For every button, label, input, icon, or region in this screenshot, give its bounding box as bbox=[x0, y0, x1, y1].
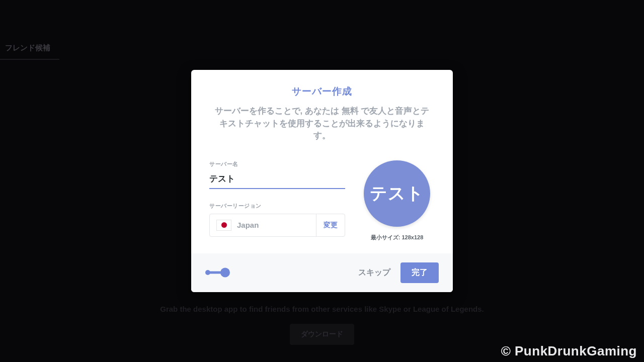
avatar-size-hint: 最小サイズ: 128x128 bbox=[371, 234, 424, 241]
modal-description: サーバーを作ることで, あなたは 無料 で友人と音声とテキストチャットを使用する… bbox=[209, 105, 435, 156]
modal-title: サーバー作成 bbox=[209, 85, 435, 98]
server-name-input[interactable] bbox=[209, 172, 345, 189]
server-region-selector: Japan 変更 bbox=[209, 214, 345, 237]
region-display: Japan bbox=[210, 214, 316, 236]
server-name-label: サーバー名 bbox=[209, 160, 345, 168]
region-name: Japan bbox=[237, 221, 259, 229]
skip-button[interactable]: スキップ bbox=[358, 267, 390, 278]
avatar-preview-text: テスト bbox=[370, 182, 424, 205]
step-indicator bbox=[205, 269, 234, 276]
modal-footer: スキップ 完了 bbox=[191, 253, 453, 292]
done-button[interactable]: 完了 bbox=[400, 262, 439, 283]
modal-overlay: サーバー作成 サーバーを作ることで, あなたは 無料 で友人と音声とテキストチャ… bbox=[0, 0, 644, 362]
server-avatar-upload[interactable]: テスト bbox=[364, 160, 430, 227]
create-server-modal: サーバー作成 サーバーを作ることで, あなたは 無料 で友人と音声とテキストチャ… bbox=[191, 70, 453, 292]
japan-flag-icon bbox=[217, 220, 231, 230]
change-region-button[interactable]: 変更 bbox=[316, 214, 345, 236]
server-region-label: サーバーリージョン bbox=[209, 202, 345, 210]
